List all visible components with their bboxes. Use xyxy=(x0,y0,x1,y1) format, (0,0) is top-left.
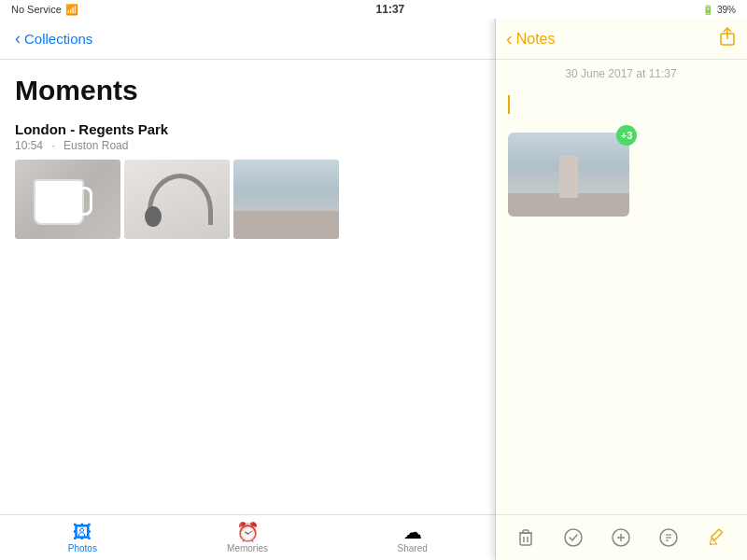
battery-icon: 🔋 xyxy=(702,5,713,15)
photos-tabbar: 🖼 Photos ⏰ Memories ☁ Shared xyxy=(0,514,495,560)
shared-tab-label: Shared xyxy=(398,543,428,553)
tab-shared[interactable]: ☁ Shared xyxy=(330,517,495,559)
compose-button[interactable] xyxy=(652,521,685,554)
chevron-left-icon: ‹ xyxy=(15,30,21,47)
svg-point-5 xyxy=(565,529,582,546)
collections-back-label: Collections xyxy=(24,31,92,47)
photo-thumbnail-headphones[interactable] xyxy=(124,160,230,239)
location-meta: 10:54 · Euston Road xyxy=(15,139,480,152)
tab-memories[interactable]: ⏰ Memories xyxy=(165,517,331,559)
status-time: 11:37 xyxy=(376,3,405,16)
photo-thumbnail-office[interactable] xyxy=(233,160,339,239)
notes-pane: ‹ Notes 30 June 2017 at 11:37 +3 xyxy=(495,19,747,560)
location-name: London - Regents Park xyxy=(15,121,480,137)
notes-nav: ‹ Notes xyxy=(495,19,747,60)
notes-image-badge: +3 xyxy=(616,125,637,146)
status-right: 🔋 39% xyxy=(702,5,736,15)
notes-back-label: Notes xyxy=(516,31,556,48)
moments-title: Moments xyxy=(15,75,480,106)
share-button[interactable] xyxy=(719,27,736,50)
location-street: Euston Road xyxy=(63,139,128,152)
status-bar: No Service 📶 11:37 🔋 39% xyxy=(0,0,747,19)
text-cursor xyxy=(508,95,510,114)
svg-rect-2 xyxy=(520,533,531,545)
tab-photos[interactable]: 🖼 Photos xyxy=(0,517,165,559)
notes-date: 30 June 2017 at 11:37 xyxy=(495,60,747,88)
photos-pane: ‹ Collections Moments London - Regents P… xyxy=(0,19,495,560)
photo-thumbnail-mug[interactable] xyxy=(15,160,120,239)
pane-separator xyxy=(495,19,496,560)
wifi-icon: 📶 xyxy=(65,4,78,16)
notes-content[interactable]: +3 xyxy=(495,88,747,514)
photos-tab-label: Photos xyxy=(68,543,97,553)
battery-percent: 39% xyxy=(717,5,736,15)
memories-tab-label: Memories xyxy=(227,543,268,553)
location-header: London - Regents Park 10:54 · Euston Roa… xyxy=(15,121,480,152)
photos-nav: ‹ Collections xyxy=(0,19,495,60)
notes-toolbar xyxy=(495,514,747,560)
checkmark-button[interactable] xyxy=(557,521,590,554)
pencil-button[interactable] xyxy=(699,521,733,554)
status-left: No Service 📶 xyxy=(11,4,78,16)
notes-thumbnail[interactable] xyxy=(508,133,629,217)
add-button[interactable] xyxy=(604,521,638,554)
notes-back-button[interactable]: ‹ Notes xyxy=(506,28,555,49)
collections-back-button[interactable]: ‹ Collections xyxy=(15,31,92,47)
location-dot: · xyxy=(51,139,54,152)
location-time: 10:54 xyxy=(15,139,43,152)
thumbnail-column-detail xyxy=(559,156,578,198)
photos-content: Moments London - Regents Park 10:54 · Eu… xyxy=(0,60,495,514)
svg-rect-13 xyxy=(711,529,722,540)
delete-button[interactable] xyxy=(509,521,543,554)
shared-tab-icon: ☁ xyxy=(403,523,422,541)
photo-grid xyxy=(15,160,480,239)
no-service-label: No Service xyxy=(11,4,62,15)
notes-image-container[interactable]: +3 xyxy=(508,133,629,217)
notes-chevron-left-icon: ‹ xyxy=(506,28,513,49)
memories-tab-icon: ⏰ xyxy=(236,523,260,541)
photos-tab-icon: 🖼 xyxy=(73,523,92,541)
